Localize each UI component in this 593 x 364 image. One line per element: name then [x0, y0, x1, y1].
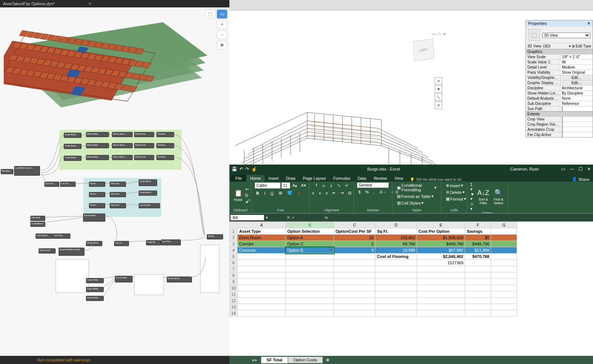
cell[interactable] [238, 279, 286, 285]
cell-styles-button[interactable]: ▧ Cell Styles ▾ [395, 200, 425, 206]
cell[interactable] [286, 254, 334, 260]
ribbon-tab-data[interactable]: Data [354, 175, 370, 182]
undo-icon[interactable]: ↶ [239, 166, 243, 172]
excel-user[interactable]: Cameron, Ryan [510, 167, 539, 171]
zoom-icon[interactable]: 🔍 [435, 93, 442, 101]
cell[interactable] [491, 241, 517, 247]
cell[interactable] [417, 285, 465, 291]
conditional-formatting-button[interactable]: ▦ Conditional Formatting ▾ [395, 182, 438, 193]
cell[interactable] [465, 304, 491, 310]
cell[interactable]: 10 [334, 235, 375, 241]
cell[interactable] [465, 298, 491, 304]
cell[interactable] [238, 298, 286, 304]
cut-icon[interactable]: ✂ [245, 187, 250, 192]
prop-row[interactable]: Scale Value 1:96 [526, 59, 593, 64]
cell[interactable] [375, 279, 417, 285]
prop-row[interactable]: Annotation Crop [526, 127, 593, 132]
insert-cells-button[interactable]: ⊕ Insert ▾ [444, 182, 465, 189]
format-as-table-button[interactable]: ▤ Format as Table ▾ [395, 193, 435, 199]
maximize-icon[interactable]: ☐ [579, 166, 583, 172]
cell[interactable]: 89,758 [375, 241, 417, 247]
cell[interactable]: Option A [286, 235, 334, 241]
cell[interactable] [286, 285, 334, 291]
cell[interactable] [286, 310, 334, 317]
prop-row[interactable]: Detail LevelMedium [526, 64, 593, 70]
ribbon-options-icon[interactable]: ▭ [561, 166, 565, 172]
cell[interactable] [334, 310, 375, 317]
cell[interactable]: Common [238, 247, 286, 254]
cell[interactable] [491, 235, 517, 241]
name-box[interactable] [230, 215, 264, 221]
cell[interactable] [491, 247, 517, 254]
orbit-icon[interactable]: ⟳ [435, 102, 442, 109]
edit-type-button[interactable]: Edit Type [576, 44, 591, 48]
cell[interactable] [491, 298, 517, 304]
excel-sheet-bar[interactable]: ◂ ▸ SF TotalOption Costs ⊕ [229, 356, 593, 364]
add-sheet-icon[interactable]: ⊕ [323, 357, 332, 363]
cell[interactable] [334, 260, 375, 266]
prop-row[interactable]: Crop View [526, 116, 593, 122]
view-cube[interactable]: LEFT [413, 39, 434, 61]
cell[interactable]: 8 [334, 247, 375, 254]
font-color-icon[interactable]: A [296, 190, 302, 196]
minimize-icon[interactable]: — [570, 166, 574, 172]
excel-grid[interactable]: ABCDEFG1Asset TypeOption SelectionOption… [229, 222, 593, 356]
wrap-text-icon[interactable]: ↵ [344, 182, 350, 189]
zoom-in-icon[interactable]: + [217, 20, 227, 29]
redo-icon[interactable]: ↷ [245, 166, 249, 172]
indent-increase-icon[interactable]: ⇥ [339, 190, 345, 196]
zoom-out-icon[interactable]: − [217, 30, 227, 39]
currency-icon[interactable]: $ [357, 189, 362, 195]
prop-row[interactable]: DisciplineArchitectural [526, 85, 593, 90]
comma-icon[interactable]: , [372, 189, 376, 195]
sort-filter-button[interactable]: A↓ZSort & Filter [476, 188, 491, 206]
cell[interactable]: 5 [334, 241, 375, 247]
cell[interactable] [491, 228, 517, 235]
prop-row[interactable]: Default Analysis …None [526, 96, 593, 101]
cell[interactable] [491, 291, 517, 298]
share-button[interactable]: 👤 Share [572, 177, 589, 182]
close-icon[interactable]: ✕ [587, 166, 591, 172]
cell[interactable] [286, 266, 334, 272]
cell[interactable] [375, 260, 417, 266]
cell[interactable] [375, 298, 417, 304]
ribbon-tab-view[interactable]: View [391, 175, 407, 182]
cell[interactable] [375, 310, 417, 317]
indent-decrease-icon[interactable]: ⇤ [331, 190, 337, 196]
cell[interactable]: $2,045,402 [417, 254, 465, 260]
cell[interactable] [334, 272, 375, 279]
copy-icon[interactable]: ⎘ [245, 193, 250, 198]
cell[interactable] [334, 266, 375, 272]
prop-row[interactable]: Visibility/Graphic…Edit… [526, 75, 593, 80]
cell[interactable] [417, 310, 465, 317]
fill-icon[interactable]: ▼ ▾ [470, 192, 474, 201]
cell[interactable] [334, 279, 375, 285]
cell[interactable]: Asset Type [238, 228, 286, 235]
cell[interactable] [491, 254, 517, 260]
cell[interactable] [334, 254, 375, 260]
merge-icon[interactable]: ⊟ [347, 190, 353, 196]
ribbon-tab-insert[interactable]: Insert [265, 175, 282, 182]
delete-cells-button[interactable]: ⊖ Delete ▾ [444, 189, 466, 195]
dynamo-tab-title[interactable]: AreaTakeoff by Options.dyn* [3, 1, 55, 6]
align-bottom-icon[interactable]: ⤓ [328, 182, 334, 189]
pan-icon[interactable]: ✥ [217, 41, 227, 50]
cell[interactable]: Option B [286, 247, 334, 254]
formula-bar[interactable] [330, 215, 593, 220]
underline-button[interactable]: U [269, 190, 275, 196]
cell[interactable] [238, 272, 286, 279]
cell[interactable]: Sq Ft. [375, 228, 417, 235]
sheet-tab[interactable]: SF Total [261, 357, 288, 363]
cell[interactable] [375, 272, 417, 279]
cell[interactable]: Corridor [238, 241, 286, 247]
ribbon-tab-draw[interactable]: Draw [282, 175, 299, 182]
align-top-icon[interactable]: ⤒ [313, 182, 319, 189]
view-name[interactable]: 3D View: {3D} [527, 44, 550, 48]
cell[interactable]: $87,992 [417, 247, 465, 254]
cell[interactable]: 1527369 [417, 260, 465, 266]
ribbon-tab-file[interactable]: File [231, 175, 246, 182]
ribbon-tab-home[interactable]: Home [246, 175, 265, 182]
paste-button[interactable]: 📋Paste [232, 188, 244, 202]
find-select-button[interactable]: 🔍Find & Select [492, 188, 505, 206]
number-format-input[interactable] [357, 182, 389, 188]
